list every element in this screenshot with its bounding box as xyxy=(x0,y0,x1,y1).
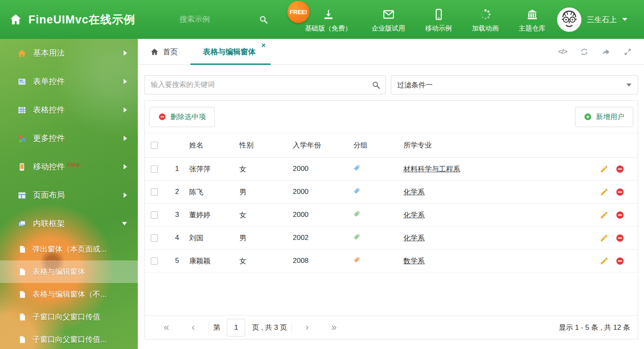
major-link[interactable]: 化学系 xyxy=(403,188,425,196)
file-icon xyxy=(18,313,26,321)
nav-loading-animation[interactable]: 加载动画 xyxy=(462,0,509,39)
chevron-right-icon xyxy=(124,107,127,112)
close-icon[interactable]: × xyxy=(261,42,266,49)
row-checkbox[interactable] xyxy=(151,189,158,196)
cell-name: 刘国 xyxy=(189,233,239,243)
cell-gender: 女 xyxy=(239,210,293,220)
row-checkbox[interactable] xyxy=(151,234,158,242)
add-user-label: 新增用户 xyxy=(596,112,624,122)
edit-icon[interactable] xyxy=(600,165,609,173)
pager-divider xyxy=(292,323,292,333)
cell-name: 张萍萍 xyxy=(189,164,239,174)
cell-gender: 女 xyxy=(239,164,293,174)
sidebar-item-page-layout[interactable]: 页面布局 xyxy=(0,181,138,209)
plus-circle-icon xyxy=(584,113,592,121)
next-page-button[interactable]: › xyxy=(294,323,320,332)
open-in-new-window-icon[interactable] xyxy=(601,47,611,56)
sidebar-subitem-grid-edit-window[interactable]: 表格与编辑窗体 xyxy=(0,260,138,283)
tab-label: 首页 xyxy=(163,47,178,57)
layout-icon xyxy=(18,191,26,200)
sidebar-item-label: 内联框架 xyxy=(33,218,65,229)
first-page-button[interactable]: « xyxy=(152,323,180,332)
home-icon xyxy=(150,48,159,56)
delete-icon[interactable] xyxy=(616,188,624,196)
user-menu[interactable]: 三生石上 xyxy=(557,0,627,39)
tab-bar: 首页 表格与编辑窗体 × </> xyxy=(138,39,644,65)
nav-enterprise-trial[interactable]: 企业版试用 xyxy=(362,0,415,39)
table-row: 4 刘国 男 2002 化学系 xyxy=(145,227,638,250)
add-user-button[interactable]: 新增用户 xyxy=(575,107,633,127)
last-page-button[interactable]: » xyxy=(320,323,348,332)
page-number-input[interactable] xyxy=(227,319,245,336)
refresh-icon[interactable] xyxy=(580,47,589,56)
tag-icon xyxy=(353,233,360,240)
sidebar-item-form-controls[interactable]: 表单控件 xyxy=(0,67,138,96)
sidebar-subitem-grid-edit-window-2[interactable]: 表格与编辑窗体（不... xyxy=(0,283,138,306)
sidebar-item-label: 表单控件 xyxy=(33,76,65,87)
row-checkbox[interactable] xyxy=(151,257,158,265)
app-window: FineUIMvc在线示例 FREE! 基础版（免费） xyxy=(0,0,644,349)
delete-icon[interactable] xyxy=(616,211,624,219)
col-major: 所学专业 xyxy=(403,140,592,150)
delete-icon[interactable] xyxy=(616,165,624,173)
mobile-icon xyxy=(433,8,445,20)
cell-name: 董婷婷 xyxy=(189,210,239,220)
row-checkbox[interactable] xyxy=(151,166,158,173)
prev-page-button[interactable]: ‹ xyxy=(180,323,206,332)
filter-dropdown[interactable]: 过滤条件一 xyxy=(391,75,638,94)
edit-icon[interactable] xyxy=(600,211,609,219)
sidebar-subitem-child-to-parent-2[interactable]: 子窗口向父窗口传值... xyxy=(0,328,138,349)
edit-icon[interactable] xyxy=(600,234,609,242)
table-row: 3 董婷婷 女 2000 化学系 xyxy=(145,204,638,227)
tag-icon xyxy=(353,256,360,263)
sidebar-subitem-label: 子窗口向父窗口传值... xyxy=(33,334,106,344)
nav-label: 企业版试用 xyxy=(372,24,405,33)
sidebar-subitem-popup-window[interactable]: 弹出窗体（本页面或... xyxy=(0,238,138,260)
chevron-right-icon xyxy=(124,164,127,169)
major-link[interactable]: 化学系 xyxy=(403,211,425,219)
select-all-checkbox[interactable] xyxy=(151,142,158,149)
edit-icon[interactable] xyxy=(600,257,609,265)
major-link[interactable]: 数学系 xyxy=(403,257,425,265)
row-checkbox[interactable] xyxy=(151,211,158,219)
keyword-search-input[interactable] xyxy=(145,76,385,94)
sidebar-subitem-child-to-parent[interactable]: 子窗口向父窗口传值 xyxy=(0,306,138,328)
edit-icon[interactable] xyxy=(600,188,609,196)
grid-icon xyxy=(18,106,26,115)
sidebar-item-basic-usage[interactable]: 基本用法 xyxy=(0,39,138,67)
fullscreen-icon[interactable] xyxy=(623,47,632,56)
major-link[interactable]: 化学系 xyxy=(403,234,425,242)
sidebar-item-label: 更多控件 xyxy=(33,133,65,144)
chevron-right-icon xyxy=(124,51,127,56)
brand[interactable]: FineUIMvc在线示例 xyxy=(9,0,135,39)
sidebar-item-mobile-controls[interactable]: 移动控件 Corp. xyxy=(0,153,138,181)
search-icon[interactable] xyxy=(372,81,380,89)
chevron-right-icon xyxy=(124,136,127,141)
row-index: 4 xyxy=(165,234,189,242)
grid-panel: 删除选中项 新增用户 姓名 性别 入学年份 分组 所学专业 xyxy=(145,100,638,339)
file-icon xyxy=(18,268,26,276)
sidebar-subitem-label: 表格与编辑窗体（不... xyxy=(33,289,106,299)
envelope-icon xyxy=(383,8,395,20)
sidebar-item-more-controls[interactable]: 更多控件 xyxy=(0,124,138,153)
delete-selected-button[interactable]: 删除选中项 xyxy=(150,107,215,127)
table-empty-area xyxy=(145,273,638,316)
header-search-input[interactable] xyxy=(180,15,242,24)
search-icon[interactable] xyxy=(259,15,268,24)
sidebar-item-grid-controls[interactable]: 表格控件 xyxy=(0,96,138,124)
view-source-icon[interactable]: </> xyxy=(558,48,567,56)
sidebar-item-label: 表格控件 xyxy=(33,104,65,115)
download-icon xyxy=(322,8,335,20)
top-navigation: 基础版（免费） 企业版试用 移动示例 xyxy=(295,0,555,39)
tab-home[interactable]: 首页 xyxy=(138,39,190,64)
major-link[interactable]: 材料科学与工程系 xyxy=(403,165,460,173)
sidebar-item-inline-frame[interactable]: 内联框架 xyxy=(0,209,138,238)
nav-mobile-demo[interactable]: 移动示例 xyxy=(415,0,462,39)
filter-row: 过滤条件一 xyxy=(138,65,644,94)
nav-theme-store[interactable]: 主题仓库 xyxy=(509,0,555,39)
row-index: 3 xyxy=(165,211,189,219)
top-header: FineUIMvc在线示例 FREE! 基础版（免费） xyxy=(0,0,644,39)
tab-grid-edit-window[interactable]: 表格与编辑窗体 × xyxy=(190,39,271,64)
delete-icon[interactable] xyxy=(616,257,624,265)
delete-icon[interactable] xyxy=(616,234,624,242)
